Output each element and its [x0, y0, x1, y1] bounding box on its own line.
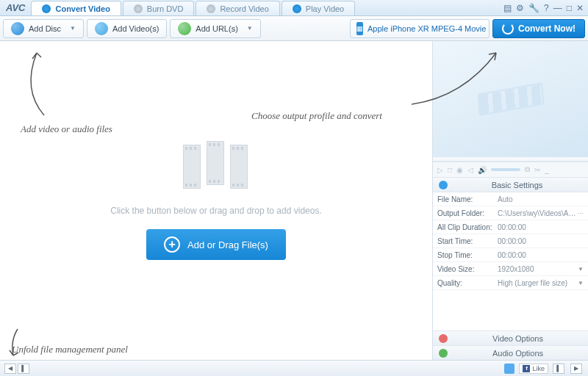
tab-label: Burn DVD — [147, 4, 184, 13]
help-icon[interactable]: ? — [544, 3, 549, 13]
preview-pane — [433, 41, 588, 157]
setting-label: Video Size: — [433, 265, 495, 273]
record-icon — [207, 4, 215, 13]
film-plus-icon — [95, 22, 108, 35]
row-label: Video Options — [453, 334, 582, 343]
video-options-row[interactable]: Video Options — [433, 330, 588, 345]
title-bar: AVC Convert Video Burn DVD Record Video … — [0, 0, 588, 16]
tab-label: Record Video — [220, 4, 268, 13]
settings-row[interactable]: Video Size:1920x1080▼ — [433, 262, 588, 276]
disc-plus-icon — [11, 22, 24, 35]
setting-value: Auto — [495, 195, 588, 203]
button-label: Add URL(s) — [196, 24, 237, 33]
maximize-icon[interactable]: □ — [567, 3, 572, 13]
link-icon[interactable]: ⧉ — [525, 165, 530, 174]
browse-icon[interactable]: ⋯ — [578, 210, 588, 217]
setting-label: All Clip Duration: — [433, 223, 495, 231]
button-label: Convert Now! — [518, 24, 576, 34]
settings-row: Start Time:00:00:00 — [433, 234, 588, 248]
settings-row[interactable]: Output Folder:C:\Users\wy\Videos\An...⋯ — [433, 206, 588, 220]
setting-label: Quality: — [433, 279, 495, 287]
drop-zone[interactable]: Click the button below or drag and drop … — [0, 41, 432, 360]
profile-icon: ▦ — [356, 22, 363, 35]
main-area: Click the button below or drag and drop … — [0, 41, 588, 360]
add-or-drag-files-button[interactable]: + Add or Drag File(s) — [146, 229, 286, 260]
output-profile-selector[interactable]: ▦ Apple iPhone XR MPEG-4 Movie (*.m... ▼ — [350, 19, 490, 38]
audio-icon — [439, 349, 448, 358]
disc-icon — [134, 4, 143, 13]
chevron-down-icon: ▼ — [70, 25, 76, 32]
window-controls: ▤ ⚙ 🔧 ? — □ ✕ — [503, 3, 588, 13]
panel-collapse-left-button[interactable]: ◀ — [4, 364, 16, 374]
player-controls: ▷ □ ◉ ◁ 🔊 ⧉ ✂ ⎯ — [433, 162, 588, 178]
key-icon[interactable]: 🔧 — [528, 3, 539, 13]
setting-value: 00:00:00 — [495, 237, 588, 245]
gear-icon — [439, 181, 448, 189]
plus-circle-icon: + — [164, 236, 180, 253]
like-label: Like — [532, 365, 545, 372]
button-label: Add or Drag File(s) — [187, 239, 268, 250]
status-bar: ◀ ▌ f Like ▌ ▶ — [0, 360, 588, 376]
filmstrip-placeholder-icon — [183, 141, 249, 192]
setting-label: File Name: — [433, 195, 495, 203]
setting-label: Stop Time: — [433, 251, 495, 259]
basic-settings-header[interactable]: Basic Settings — [433, 178, 588, 192]
panel-collapse-right-button[interactable]: ▌ — [18, 364, 29, 374]
profile-label: Apple iPhone XR MPEG-4 Movie (*.m... — [368, 24, 490, 33]
setting-value: 1920x1080 — [495, 265, 578, 273]
tab-record-video[interactable]: Record Video — [196, 1, 279, 15]
add-urls-button[interactable]: Add URL(s) ▼ — [170, 19, 260, 38]
refresh-icon — [502, 23, 514, 35]
settings-row: All Clip Duration:00:00:00 — [433, 220, 588, 234]
main-tabs: Convert Video Burn DVD Record Video Play… — [31, 0, 503, 15]
setting-value: C:\Users\wy\Videos\An... — [495, 209, 578, 217]
tab-label: Convert Video — [55, 4, 110, 13]
button-label: Add Video(s) — [112, 24, 159, 33]
close-icon[interactable]: ✕ — [576, 3, 584, 13]
setting-label: Output Folder: — [433, 209, 495, 217]
refresh-icon — [42, 4, 51, 13]
play-icon[interactable]: ▷ — [437, 166, 443, 174]
settings-row: Stop Time:00:00:00 — [433, 248, 588, 262]
add-videos-button[interactable]: Add Video(s) — [87, 19, 167, 38]
chevron-down-icon[interactable]: ▼ — [578, 280, 588, 286]
snapshot-icon[interactable]: ◉ — [456, 166, 463, 174]
tab-convert-video[interactable]: Convert Video — [31, 1, 121, 15]
audio-options-row[interactable]: Audio Options — [433, 345, 588, 360]
settings-row[interactable]: Quality:High (Larger file size)▼ — [433, 276, 588, 290]
gear-icon[interactable]: ⚙ — [516, 3, 524, 13]
setting-label: Start Time: — [433, 237, 495, 245]
setting-value: 00:00:00 — [495, 251, 588, 259]
stop-icon[interactable]: □ — [448, 166, 452, 174]
panel-expand-left-button[interactable]: ▌ — [553, 364, 564, 374]
facebook-like-button[interactable]: f Like — [519, 364, 548, 374]
convert-now-button[interactable]: Convert Now! — [492, 19, 585, 38]
button-label: Add Disc — [29, 24, 61, 33]
cut-icon[interactable]: ✂ — [534, 166, 540, 174]
play-icon — [293, 4, 301, 13]
setting-value: 00:00:00 — [495, 223, 588, 231]
volume-slider[interactable] — [491, 168, 520, 171]
twitter-icon[interactable] — [504, 364, 514, 374]
facebook-icon: f — [523, 365, 530, 372]
add-disc-button[interactable]: Add Disc ▼ — [3, 19, 84, 38]
app-logo: AVC — [0, 2, 31, 13]
settings-row: File Name:Auto — [433, 192, 588, 206]
prev-icon[interactable]: ◁ — [467, 166, 473, 174]
video-icon — [439, 334, 448, 343]
tab-play-video[interactable]: Play Video — [282, 1, 355, 15]
panel-expand-right-button[interactable]: ▶ — [570, 364, 582, 374]
volume-icon[interactable]: 🔊 — [478, 166, 487, 174]
globe-plus-icon — [178, 22, 191, 35]
setting-value: High (Larger file size) — [495, 279, 578, 287]
tab-burn-dvd[interactable]: Burn DVD — [123, 1, 195, 15]
chevron-down-icon[interactable]: ▼ — [578, 266, 588, 272]
menu-icon[interactable]: ▤ — [503, 3, 512, 13]
tab-label: Play Video — [306, 4, 344, 13]
minimize-icon[interactable]: — — [553, 3, 562, 13]
basic-settings-list: File Name:AutoOutput Folder:C:\Users\wy\… — [433, 192, 588, 290]
drop-hint: Click the button below or drag and drop … — [110, 206, 322, 216]
chevron-down-icon: ▼ — [247, 25, 253, 32]
row-label: Audio Options — [453, 349, 582, 358]
mark-icon[interactable]: ⎯ — [545, 166, 549, 174]
